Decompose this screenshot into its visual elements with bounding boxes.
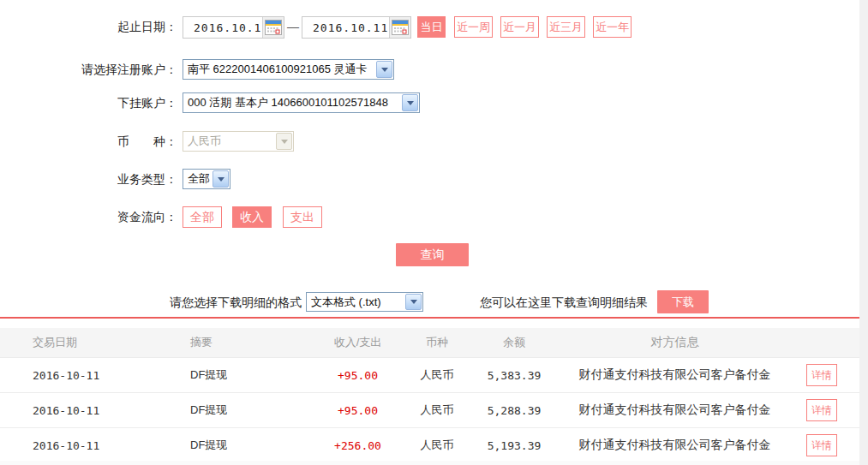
header-date: 交易日期 [0, 335, 159, 350]
chevron-down-icon[interactable] [213, 170, 229, 188]
download-button[interactable]: 下载 [657, 290, 709, 313]
chevron-down-icon [276, 133, 292, 150]
cell-amount: +95.00 [304, 404, 411, 417]
cell-counterparty: 财付通支付科技有限公司客户备付金 [566, 438, 784, 453]
detail-button[interactable]: 详情 [806, 434, 837, 456]
business-type-select[interactable]: 全部 [183, 169, 230, 189]
header-counterparty: 对方信息 [566, 335, 784, 350]
end-date-value[interactable] [302, 17, 389, 38]
fund-direction-all-button[interactable]: 全部 [183, 206, 222, 228]
query-button[interactable]: 查询 [396, 243, 469, 266]
calendar-icon-glyph [265, 20, 282, 35]
chevron-down-icon[interactable] [376, 61, 392, 78]
detail-button[interactable]: 详情 [806, 364, 837, 386]
cell-date: 2016-10-11 [0, 439, 159, 452]
cell-balance: 5,383.39 [463, 369, 566, 382]
fund-direction-income-button[interactable]: 收入 [232, 206, 272, 228]
cell-date: 2016-10-11 [0, 369, 159, 382]
header-currency: 币种 [411, 335, 463, 350]
download-format-select[interactable]: 文本格式 (.txt) [306, 292, 423, 312]
quick-range-3months-button[interactable]: 近三月 [547, 16, 585, 38]
currency-value: 人民币 [183, 134, 275, 149]
table-row: 2016-10-11 DF提现 +95.00 人民币 5,288.39 财付通支… [0, 393, 859, 428]
cell-summary: DF提现 [159, 367, 304, 383]
table-row: 2016-10-11 DF提现 +95.00 人民币 5,383.39 财付通支… [0, 358, 859, 393]
fund-direction-label: 资金流向： [0, 206, 177, 227]
cell-amount: +256.00 [304, 439, 411, 452]
cell-balance: 5,193.39 [463, 439, 566, 452]
calendar-icon[interactable] [389, 17, 410, 38]
cell-summary: DF提现 [159, 438, 304, 453]
header-summary: 摘要 [159, 335, 304, 350]
chevron-down-icon[interactable] [402, 94, 418, 111]
date-range-separator: — [287, 16, 299, 37]
calendar-icon[interactable] [262, 17, 284, 38]
chevron-down-icon[interactable] [405, 294, 422, 310]
currency-select: 人民币 [183, 131, 294, 152]
quick-range-week-button[interactable]: 近一周 [454, 16, 493, 38]
scrollbar-track[interactable] [859, 0, 868, 465]
cell-counterparty: 财付通支付科技有限公司客户备付金 [566, 367, 784, 383]
start-date-value[interactable] [183, 17, 262, 38]
cell-summary: DF提现 [159, 402, 304, 418]
download-hint: 您可以在这里下载查询明细结果 [480, 292, 651, 313]
cell-currency: 人民币 [411, 367, 463, 383]
start-date-input[interactable] [183, 16, 284, 39]
section-divider [0, 317, 859, 319]
cell-amount: +95.00 [304, 369, 411, 382]
results-table: 交易日期 摘要 收入/支出 币种 余额 对方信息 2016-10-11 DF提现… [0, 328, 859, 463]
table-header-row: 交易日期 摘要 收入/支出 币种 余额 对方信息 [0, 328, 859, 358]
calendar-icon-glyph [392, 20, 409, 35]
sub-account-label: 下挂账户： [0, 92, 177, 113]
date-range-label: 起止日期： [0, 16, 177, 37]
sub-account-select[interactable]: 000 活期 基本户 1406600101102571848 [183, 92, 420, 113]
register-account-label: 请选择注册账户： [0, 59, 177, 80]
sub-account-value: 000 活期 基本户 1406600101102571848 [183, 95, 401, 110]
business-type-label: 业务类型： [0, 169, 177, 189]
currency-label: 币 种： [0, 131, 177, 152]
quick-range-today-button[interactable]: 当日 [417, 16, 446, 38]
cell-counterparty: 财付通支付科技有限公司客户备付金 [566, 402, 784, 418]
download-format-label: 请您选择下载明细的格式 [0, 292, 302, 313]
cell-balance: 5,288.39 [463, 404, 566, 417]
end-date-input[interactable] [302, 16, 411, 39]
quick-range-month-button[interactable]: 近一月 [500, 16, 539, 38]
detail-button[interactable]: 详情 [806, 399, 837, 421]
business-type-value: 全部 [183, 171, 212, 187]
download-format-value: 文本格式 (.txt) [307, 295, 404, 310]
header-balance: 余额 [463, 335, 566, 350]
table-row: 2016-10-11 DF提现 +256.00 人民币 5,193.39 财付通… [0, 428, 859, 463]
fund-direction-expense-button[interactable]: 支出 [283, 206, 322, 228]
cell-date: 2016-10-11 [0, 404, 159, 417]
transaction-query-page: 起止日期： — [0, 0, 868, 465]
register-account-select[interactable]: 南平 6222001406100921065 灵通卡 [183, 59, 394, 80]
header-amount: 收入/支出 [304, 335, 411, 350]
cell-currency: 人民币 [411, 402, 463, 418]
quick-range-year-button[interactable]: 近一年 [593, 16, 632, 38]
bottom-strip [0, 461, 859, 465]
register-account-value: 南平 6222001406100921065 灵通卡 [183, 62, 375, 77]
cell-currency: 人民币 [411, 438, 463, 453]
